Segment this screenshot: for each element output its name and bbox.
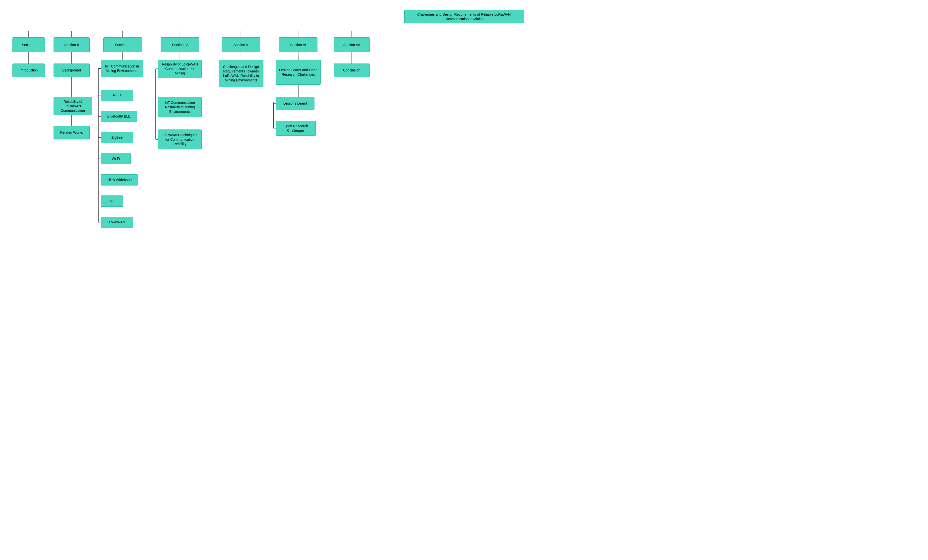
related-works-label: Related Works [60, 130, 83, 135]
section-1-label: Section I [22, 43, 35, 47]
introduction-label: Introduction [20, 68, 38, 72]
section-7-label: Section VII [343, 43, 360, 47]
reliability-mining-label: Reliability of LoRaWAN Communication for… [160, 62, 200, 76]
section-6-lessons-open: Lesson Learnt and Open Research Challeng… [276, 60, 321, 85]
lorawan-label: LoRaWAN [109, 220, 125, 224]
background-label: Background [62, 68, 81, 72]
section-6-lessons-learnt: Lessons Learnt [276, 97, 314, 110]
lorawan-techniques-label: LoRaWAN Techniques for Communication Rel… [160, 133, 200, 146]
section-4-reliability-mining: Reliability of LoRaWAN Communication for… [158, 60, 202, 78]
iot-reliability-label: IoT Communication Reliability in Mining … [160, 100, 200, 114]
section-3-label: Section III [115, 43, 130, 47]
lessons-open-label: Lesson Learnt and Open Research Challeng… [278, 68, 319, 77]
section-7-conclusion: Conclusion [334, 64, 370, 77]
conclusion-label: Conclusion [343, 68, 360, 72]
section-4-iot-reliability: IoT Communication Reliability in Mining … [158, 97, 202, 117]
section-2-label: Section II [64, 43, 79, 47]
section-3-lorawan: LoRaWAN [101, 217, 133, 228]
section-1-introduction: Introduction [12, 64, 45, 77]
wifi-label: Wi-Fi [112, 156, 120, 161]
section-3-bluetooth: Bluetooth/ BLE [101, 111, 137, 122]
tree-container: Challenges and Design Requirements of Re… [8, 8, 920, 269]
section-6-open-research: Open Research Challenges [276, 121, 316, 136]
ultra-wideband-label: Ultra-Wideband [107, 177, 131, 182]
connector-lines [8, 8, 920, 269]
iot-comm-label: IoT Communication in Mining Environments [103, 64, 141, 73]
section-4: Section IV [160, 37, 199, 52]
section-2-related-works: Related Works [53, 126, 90, 139]
open-research-label: Open Research Challenges [278, 124, 313, 133]
root-label: Challenges and Design Requirements of Re… [408, 12, 520, 21]
section-2: Section II [53, 37, 90, 52]
challenges-label: Challenges and Design Requirements Towar… [221, 64, 261, 83]
section-3-5g: 5G [101, 195, 123, 207]
rfid-label: RFID [113, 93, 121, 98]
5g-label: 5G [110, 199, 114, 203]
section-3-zigbee: ZigBee [101, 132, 133, 143]
section-4-lorawan-techniques: LoRaWAN Techniques for Communication Rel… [158, 130, 202, 150]
lessons-learnt-label: Lessons Learnt [283, 101, 307, 105]
section-3-wifi: Wi-Fi [101, 153, 131, 164]
section-2-reliability-lorawan: Reliability of LoRaWAN Communication [53, 97, 92, 115]
section-7: Section VII [334, 37, 370, 52]
section-3-iot-comm: IoT Communication in Mining Environments [101, 60, 143, 77]
section-4-label: Section IV [172, 43, 188, 47]
svg-line-33 [241, 52, 241, 60]
reliability-lorawan-label: Reliability of LoRaWAN Communication [56, 99, 90, 113]
section-6: Section VI [279, 37, 317, 52]
section-3-rfid: RFID [101, 90, 133, 101]
section-5: Section V [221, 37, 260, 52]
section-5-label: Section V [234, 43, 249, 47]
section-2-background: Background [53, 64, 90, 77]
section-3-ultra-wideband: Ultra-Wideband [101, 174, 138, 186]
svg-line-34 [298, 52, 299, 60]
section-5-challenges: Challenges and Design Requirements Towar… [218, 60, 263, 87]
section-3: Section III [103, 37, 142, 52]
bluetooth-label: Bluetooth/ BLE [107, 114, 130, 119]
zigbee-label: ZigBee [111, 135, 122, 140]
section-1: Section I [12, 37, 45, 52]
root-node: Challenges and Design Requirements of Re… [404, 10, 524, 23]
section-6-label: Section VI [290, 43, 306, 47]
